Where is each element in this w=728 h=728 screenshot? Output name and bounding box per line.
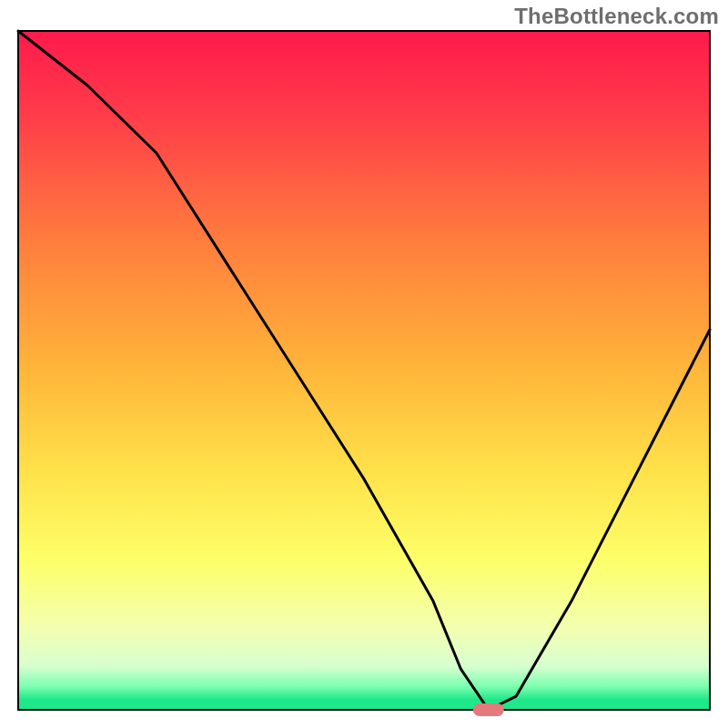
plot-background bbox=[18, 31, 710, 710]
chart-container: TheBottleneck.com bbox=[0, 0, 728, 728]
bottleneck-chart bbox=[0, 0, 728, 728]
watermark-label: TheBottleneck.com bbox=[514, 4, 719, 29]
optimal-marker bbox=[473, 703, 504, 716]
